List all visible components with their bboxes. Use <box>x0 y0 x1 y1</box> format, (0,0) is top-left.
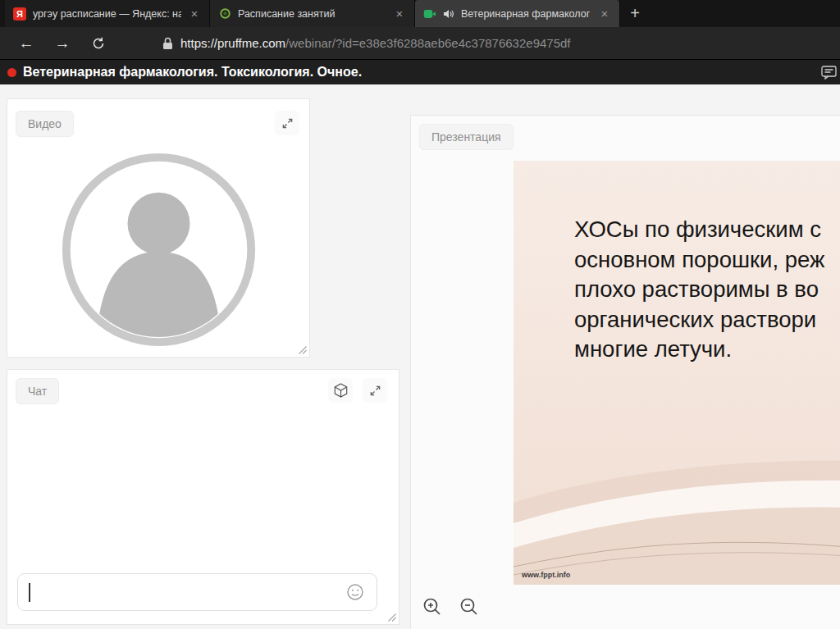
tab-title: ургэу расписание — Яндекс: на <box>33 8 181 20</box>
zoom-out-icon <box>459 596 480 618</box>
browser-tab-yandex-search[interactable]: Я ургэу расписание — Яндекс: на × <box>5 0 210 27</box>
video-panel-label: Видео <box>16 111 74 137</box>
back-button[interactable]: ← <box>16 33 37 54</box>
address-bar[interactable]: https://pruffme.com/webinar/?id=e38e3f62… <box>162 36 571 50</box>
webinar-header: Ветеринарная фармакология. Токсикология.… <box>0 59 840 84</box>
browser-tab-webinar-active[interactable]: Ветеринарная фармаколог × <box>415 0 620 27</box>
chat-messages-area <box>7 411 399 565</box>
browser-window: Я ургэу расписание — Яндекс: на × Распис… <box>0 0 840 629</box>
webinar-content: Видео Чат <box>0 84 840 629</box>
browser-toolbar: ← → https://pruffme.com/webinar/?id=e38e… <box>0 27 840 59</box>
new-tab-button[interactable]: + <box>620 0 650 27</box>
tab-close-icon[interactable]: × <box>393 7 406 21</box>
cube-icon <box>334 383 348 398</box>
presentation-slide: ХОСы по физическим с основном порошки, р… <box>514 161 840 585</box>
header-chat-icon[interactable] <box>821 66 837 83</box>
avatar <box>58 149 259 350</box>
tab-close-icon[interactable]: × <box>188 7 201 21</box>
chat-cube-button[interactable] <box>328 378 353 403</box>
zoom-in-button[interactable] <box>421 595 444 618</box>
yandex-favicon-icon: Я <box>13 7 26 21</box>
forward-button[interactable]: → <box>52 33 73 54</box>
chat-panel-label: Чат <box>16 378 59 404</box>
webinar-favicon-icon <box>423 7 436 21</box>
chat-panel: Чат <box>7 369 399 625</box>
tab-strip: Я ургэу расписание — Яндекс: на × Распис… <box>0 0 840 27</box>
presentation-zoom-controls <box>421 595 481 618</box>
schedule-favicon-icon <box>218 7 231 21</box>
expand-icon <box>281 117 294 130</box>
tab-close-icon[interactable]: × <box>598 7 611 21</box>
recording-indicator-icon <box>7 68 16 77</box>
zoom-in-icon <box>422 596 443 618</box>
chat-input[interactable] <box>18 574 377 610</box>
url-domain: https://pruffme.com <box>180 36 285 50</box>
url-text: https://pruffme.com/webinar/?id=e38e3f62… <box>180 36 571 50</box>
chat-expand-button[interactable] <box>363 378 387 403</box>
tab-title: Ветеринарная фармаколог <box>461 8 591 20</box>
video-expand-button[interactable] <box>275 111 299 135</box>
slide-swoosh-decoration <box>514 445 840 585</box>
browser-tab-schedule[interactable]: Расписание занятий × <box>210 0 415 27</box>
presentation-panel-label: Презентация <box>419 124 514 150</box>
slide-footer-watermark: www.fppt.info <box>522 571 570 579</box>
chat-resize-handle[interactable] <box>386 612 396 622</box>
slide-text: ХОСы по физическим с основном порошки, р… <box>574 215 824 365</box>
url-path: /webinar/?id=e38e3f6288aeb6e4c37876632e9… <box>285 36 570 50</box>
webinar-title: Ветеринарная фармакология. Токсикология.… <box>23 65 362 80</box>
refresh-button[interactable] <box>88 33 109 54</box>
chat-input-row <box>17 573 377 611</box>
video-resize-handle[interactable] <box>297 344 307 354</box>
lock-icon <box>162 37 173 50</box>
smiley-icon <box>346 583 364 601</box>
emoji-button[interactable] <box>345 581 366 603</box>
expand-icon <box>369 385 381 397</box>
tab-audio-icon[interactable] <box>443 9 454 19</box>
zoom-out-button[interactable] <box>458 595 481 618</box>
tab-title: Расписание занятий <box>238 8 386 20</box>
presentation-panel: Презентация ХОСы по физическим с основно… <box>410 115 840 629</box>
video-panel: Видео <box>7 98 310 358</box>
